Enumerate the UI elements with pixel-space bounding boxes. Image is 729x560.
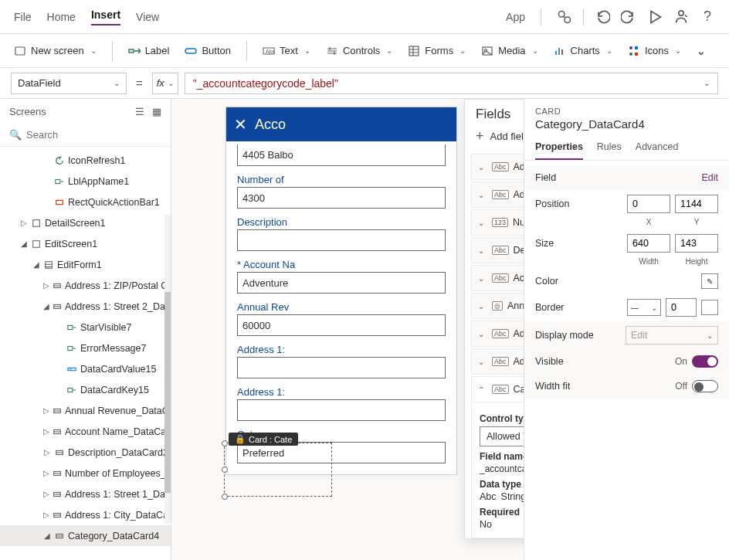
ribbon-expand-button[interactable]: ⌄ bbox=[697, 45, 706, 57]
tree-item[interactable]: ▷Address 1: City_DataCard2 bbox=[0, 504, 171, 525]
fx-button[interactable]: fx⌄ bbox=[152, 73, 178, 94]
tab-properties[interactable]: Properties bbox=[535, 137, 583, 160]
color-swatch[interactable]: ✎ bbox=[701, 273, 718, 289]
tree-item[interactable]: ▷DetailScreen1 bbox=[0, 212, 171, 233]
tree-item[interactable]: ▷Annual Revenue_DataCard2 bbox=[0, 400, 171, 421]
twisty-icon[interactable]: ◢ bbox=[43, 302, 49, 311]
field-card[interactable]: ⌄AbcAddress 1: City bbox=[471, 154, 524, 180]
insert-media-button[interactable]: Media⌄ bbox=[481, 45, 537, 57]
menu-file[interactable]: File bbox=[14, 11, 32, 23]
insert-charts-label: Charts bbox=[571, 45, 600, 56]
form-field-label: Address 1: bbox=[237, 344, 446, 355]
menu-view[interactable]: View bbox=[136, 11, 159, 23]
tree-item[interactable]: LblAppName1 bbox=[0, 171, 171, 192]
insert-icons-button[interactable]: Icons⌄ bbox=[628, 45, 681, 57]
tree-scrollbar[interactable] bbox=[164, 215, 171, 524]
edit-field-link[interactable]: Edit bbox=[701, 172, 718, 183]
size-w-input[interactable] bbox=[627, 234, 670, 253]
tree-item[interactable]: ▷Address 1: ZIP/Postal Code_ bbox=[0, 275, 171, 296]
canvas-form[interactable]: ✕ Acco 4405 BalboNumber of4300Descriptio… bbox=[225, 107, 457, 475]
tree-item[interactable]: IconRefresh1 bbox=[0, 150, 171, 171]
tree-item[interactable]: StarVisible7 bbox=[0, 317, 171, 338]
twisty-icon[interactable]: ▷ bbox=[43, 511, 49, 519]
twisty-icon[interactable]: ▷ bbox=[43, 406, 49, 415]
field-card[interactable]: ⌄AbcAccount Name bbox=[471, 265, 524, 291]
field-card[interactable]: ⌄AbcAddress 1: Street 2 bbox=[471, 321, 524, 347]
twisty-icon[interactable]: ▷ bbox=[43, 427, 49, 436]
property-select[interactable]: DataField ⌄ bbox=[11, 73, 127, 94]
position-y-input[interactable] bbox=[675, 195, 718, 213]
canvas-wrap[interactable]: ✕ Acco 4405 BalboNumber of4300Descriptio… bbox=[171, 99, 524, 560]
form-field-input[interactable] bbox=[237, 357, 446, 378]
play-icon[interactable] bbox=[647, 9, 663, 25]
field-card[interactable]: ⌄AbcAddress 1: Street 1 bbox=[471, 182, 524, 208]
tab-advanced[interactable]: Advanced bbox=[636, 137, 679, 160]
twisty-icon[interactable]: ▷ bbox=[20, 219, 28, 227]
tree-item[interactable]: ◢Address 1: Street 2_DataCar bbox=[0, 296, 171, 317]
form-field-input[interactable] bbox=[237, 399, 446, 421]
field-card[interactable]: ⌃AbcCategory⋯ bbox=[471, 376, 524, 402]
form-field-input[interactable]: 4300 bbox=[237, 187, 446, 209]
help-icon[interactable]: ? bbox=[700, 9, 715, 25]
twisty-icon[interactable]: ▷ bbox=[43, 448, 51, 456]
field-card[interactable]: ⌄123Number of Employees bbox=[471, 209, 524, 236]
border-color-swatch[interactable] bbox=[701, 300, 718, 315]
menu-app[interactable]: App bbox=[506, 11, 525, 23]
form-field-input[interactable]: Adventure bbox=[237, 272, 446, 294]
twisty-icon[interactable]: ▷ bbox=[43, 469, 49, 477]
insert-forms-button[interactable]: Forms⌄ bbox=[408, 45, 466, 57]
tree-item[interactable]: ▷Description_DataCard2 bbox=[0, 442, 171, 463]
menu-insert[interactable]: Insert bbox=[91, 8, 120, 25]
app-checker-icon[interactable] bbox=[557, 9, 572, 25]
field-card[interactable]: ⌄AbcAddress 1: ZIP/Postal Code bbox=[471, 348, 524, 375]
tree-item[interactable]: ◢EditScreen1 bbox=[0, 233, 171, 254]
add-field-button[interactable]: Add field bbox=[490, 131, 524, 142]
control-type-select[interactable]: Allowed Values ⌄ bbox=[480, 426, 524, 446]
tree-item[interactable]: ◢EditForm1 bbox=[0, 254, 171, 275]
position-x-input[interactable] bbox=[627, 195, 670, 213]
undo-icon[interactable] bbox=[595, 9, 610, 25]
insert-label-text: Label bbox=[145, 45, 170, 56]
tree-item[interactable]: ▷Number of Employees_Data bbox=[0, 463, 171, 484]
tree-search-input[interactable] bbox=[26, 129, 161, 141]
tree-list-view-icon[interactable]: ☰ bbox=[135, 106, 144, 117]
redo-icon[interactable] bbox=[621, 9, 636, 25]
insert-controls-button[interactable]: Controls⌄ bbox=[326, 45, 392, 57]
visible-toggle[interactable] bbox=[692, 355, 718, 368]
svg-point-2 bbox=[679, 10, 683, 15]
twisty-icon[interactable]: ◢ bbox=[43, 531, 51, 540]
close-icon[interactable]: ✕ bbox=[234, 115, 247, 134]
twisty-icon[interactable]: ▷ bbox=[43, 490, 49, 498]
border-width-input[interactable] bbox=[666, 298, 697, 317]
insert-text-button[interactable]: Abc Text⌄ bbox=[263, 45, 310, 57]
insert-button-button[interactable]: Button bbox=[185, 45, 231, 57]
tree-item[interactable]: abDataCardValue15 bbox=[0, 358, 171, 379]
tree-item[interactable]: ▷Account Name_DataCard2 bbox=[0, 421, 171, 442]
twisty-icon[interactable]: ▷ bbox=[43, 281, 49, 290]
form-field-input[interactable]: 4405 Balbo bbox=[237, 144, 446, 166]
border-style-select[interactable]: —⌄ bbox=[627, 299, 661, 316]
size-h-input[interactable] bbox=[675, 234, 718, 253]
tree-grid-view-icon[interactable]: ▦ bbox=[152, 106, 161, 117]
plus-icon[interactable]: + bbox=[476, 128, 484, 144]
tree-item[interactable]: ErrorMessage7 bbox=[0, 338, 171, 358]
form-field-input[interactable] bbox=[237, 229, 446, 251]
tree-item[interactable]: ◢Category_DataCard4 bbox=[0, 525, 171, 546]
menu-home[interactable]: Home bbox=[47, 11, 76, 23]
widthfit-toggle[interactable] bbox=[692, 380, 718, 392]
insert-label-button[interactable]: Label bbox=[128, 45, 170, 57]
share-icon[interactable] bbox=[673, 9, 689, 25]
tab-rules[interactable]: Rules bbox=[597, 137, 622, 160]
insert-charts-button[interactable]: Charts⌄ bbox=[554, 45, 612, 57]
field-card[interactable]: ⌄AbcDescription bbox=[471, 237, 524, 263]
tree-item[interactable]: DataCardKey15 bbox=[0, 379, 171, 400]
twisty-icon[interactable]: ◢ bbox=[20, 239, 28, 248]
form-field-input[interactable]: 60000 bbox=[237, 314, 446, 336]
display-mode-select[interactable]: Edit ⌄ bbox=[626, 326, 718, 344]
field-card[interactable]: ⌄◎Annual Revenue bbox=[471, 293, 524, 319]
tree-item[interactable]: RectQuickActionBar1 bbox=[0, 192, 171, 212]
formula-input[interactable]: "_accountcategorycode_label" ⌄ bbox=[185, 73, 718, 94]
tree-item[interactable]: ▷Address 1: Street 1_DataCar bbox=[0, 484, 171, 504]
new-screen-button[interactable]: New screen⌄ bbox=[14, 45, 97, 57]
twisty-icon[interactable]: ◢ bbox=[32, 260, 40, 269]
